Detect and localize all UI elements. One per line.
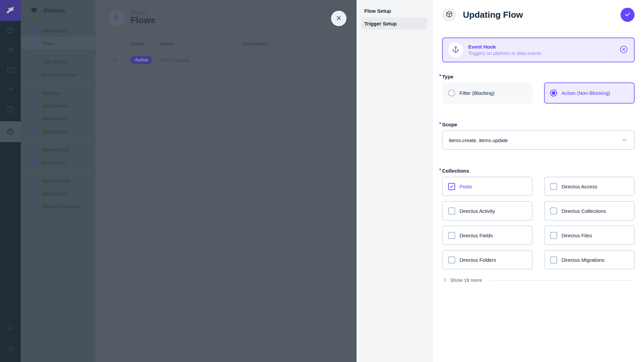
scope-select[interactable]: items.create, items.update <box>442 130 635 150</box>
palette-icon <box>30 102 37 110</box>
module-users[interactable] <box>0 41 21 60</box>
storefront-icon <box>30 145 37 154</box>
drawer-main: Updating Flow Event Hook Triggers on pla… <box>433 0 644 362</box>
flows-page: Settings Flows Status Name Description A… <box>96 0 357 362</box>
radio-checked-icon <box>550 89 557 97</box>
sidebar-item-appearance[interactable]: Appearance <box>21 99 96 112</box>
required-dot <box>439 74 441 76</box>
sidebar-item-label: Bookmarks <box>42 116 67 121</box>
checkbox-directus-migrations[interactable]: Directus Migrations <box>544 250 635 269</box>
show-more-button[interactable]: Show 19 more <box>442 277 635 284</box>
drawer-nav-trigger-setup[interactable]: Trigger Setup <box>361 17 428 29</box>
checkbox-unchecked-icon <box>550 183 557 190</box>
field-label-text: Scope <box>442 122 457 127</box>
rabbit-logo-icon <box>5 4 16 17</box>
radio-filter-blocking[interactable]: Filter (Blocking) <box>442 82 533 104</box>
column-header-name[interactable]: Name <box>158 41 242 47</box>
module-bar-divider <box>5 338 16 338</box>
checkbox-label: Directus Activity <box>460 208 495 214</box>
sidebar-item-label: Appearance <box>42 103 69 109</box>
deselect-trigger-button[interactable] <box>619 45 629 55</box>
sidebar-item-user-roles[interactable]: User Roles <box>21 55 96 68</box>
translate-icon <box>30 127 37 135</box>
module-help[interactable] <box>0 100 21 120</box>
sidebar-item-label: Extensions <box>42 160 66 165</box>
sidebar-item-system-logs[interactable]: System Logs <box>21 174 96 187</box>
sidebar-item-flows[interactable]: Flows <box>21 37 96 50</box>
checkbox-unchecked-icon <box>550 256 557 263</box>
sidebar-item-label: Data Model <box>42 28 68 34</box>
account-button[interactable] <box>0 341 21 358</box>
sidebar-item-translations[interactable]: Translations <box>21 125 96 137</box>
module-bar <box>0 0 21 362</box>
anchor-icon <box>452 46 460 55</box>
checkbox-unchecked-icon <box>448 207 455 215</box>
checkbox-directus-files[interactable]: Directus Files <box>544 226 635 245</box>
module-files[interactable] <box>0 60 21 80</box>
module-content[interactable] <box>0 21 21 41</box>
table-header-row: Status Name Description <box>112 37 357 50</box>
project-name: Directus <box>44 8 65 14</box>
checkbox-directus-access[interactable]: Directus Access <box>544 177 635 196</box>
trigger-card-texts: Event Hook Triggers on platform or data … <box>468 44 613 56</box>
sidebar-item-request-feature[interactable]: Request Feature <box>21 200 96 213</box>
sidebar-item-label: Translations <box>42 128 69 134</box>
type-options: Filter (Blocking) Action (Non-Blocking) <box>442 82 635 104</box>
checkbox-directus-folders[interactable]: Directus Folders <box>442 250 533 269</box>
sidebar-item-report-bug[interactable]: Report Bug <box>21 187 96 200</box>
sidebar-item-data-model[interactable]: Data Model <box>21 24 96 37</box>
module-settings[interactable] <box>0 121 21 142</box>
module-insights[interactable] <box>0 80 21 100</box>
checkbox-label: Directus Migrations <box>561 257 604 263</box>
drawer-close-button[interactable] <box>331 11 346 26</box>
help-icon <box>6 105 15 115</box>
tune-icon <box>30 89 37 97</box>
directus-fan-icon <box>30 6 39 16</box>
sidebar-item-extensions[interactable]: Extensions <box>21 156 96 169</box>
sidebar-item-label: System Logs <box>42 178 71 184</box>
directus-logo-tile[interactable] <box>0 0 21 21</box>
nav-panel: Directus Data Model Flows User Roles Acc… <box>21 0 96 362</box>
table-row[interactable]: Active Post Created <box>112 52 357 68</box>
column-header-description: Description <box>242 41 268 46</box>
project-header[interactable]: Directus <box>21 0 96 21</box>
notifications-button[interactable] <box>0 319 21 336</box>
flows-table: Status Name Description Active Post Crea… <box>96 37 357 68</box>
users-icon <box>6 46 15 55</box>
sidebar-item-access-policies[interactable]: Access Policies <box>21 68 96 81</box>
collections-field-label: Collections <box>442 168 635 174</box>
checkbox-directus-fields[interactable]: Directus Fields <box>442 226 533 245</box>
checkbox-posts[interactable]: Posts <box>442 177 533 196</box>
bookmark-icon <box>30 114 37 122</box>
save-button[interactable] <box>621 8 635 22</box>
trigger-type-card: Event Hook Triggers on platform or data … <box>442 38 635 62</box>
checkbox-directus-activity[interactable]: Directus Activity <box>442 201 533 221</box>
show-more-divider <box>488 280 635 281</box>
column-header-status: Status <box>126 41 158 46</box>
bolt-icon <box>113 13 121 22</box>
circled-x-icon <box>619 45 628 55</box>
checkbox-label: Posts <box>460 184 472 189</box>
box-icon <box>445 10 453 19</box>
flow-name-cell: Post Created <box>158 57 242 63</box>
nav-list: Data Model Flows User Roles Access Polic… <box>21 21 96 213</box>
sidebar-item-marketplace[interactable]: Marketplace <box>21 143 96 156</box>
nav-divider <box>28 52 88 53</box>
radio-unchecked-icon <box>448 89 455 97</box>
drawer-nav-flow-setup[interactable]: Flow Setup <box>361 5 428 17</box>
sidebar-item-settings[interactable]: Settings <box>21 86 96 99</box>
gear-icon <box>6 127 15 136</box>
sidebar-item-label: Flows <box>42 41 55 46</box>
trigger-card-subtitle: Triggers on platform or data events <box>468 51 613 56</box>
files-folder-icon <box>6 66 15 75</box>
breadcrumb: Settings <box>130 10 156 15</box>
sidebar-item-bookmarks[interactable]: Bookmarks <box>21 112 96 125</box>
checkbox-label: Directus Fields <box>460 233 493 238</box>
required-dot <box>439 169 441 170</box>
drawer-header: Updating Flow <box>442 0 635 29</box>
sort-icon <box>176 41 181 47</box>
sidebar-item-label: Request Feature <box>42 203 79 209</box>
checkbox-directus-collections[interactable]: Directus Collections <box>544 201 635 221</box>
radio-action-non-blocking[interactable]: Action (Non-Blocking) <box>544 82 635 104</box>
feature-badge-icon <box>30 202 37 210</box>
